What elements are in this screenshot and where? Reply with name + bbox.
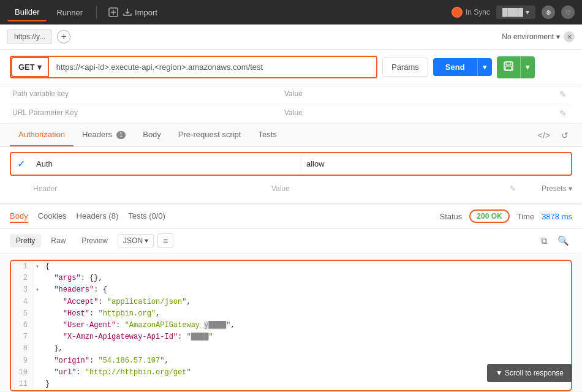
scroll-to-response-button[interactable]: ▼ Scroll to response <box>487 364 572 382</box>
line-toggle-3[interactable]: ▾ <box>33 284 42 296</box>
line-toggle-10 <box>33 367 42 379</box>
line-toggle-6 <box>33 320 42 331</box>
env-close-button[interactable]: ✕ <box>564 31 575 42</box>
line-num-3: 3 <box>11 284 33 296</box>
line-toggle-5 <box>33 308 42 320</box>
tab-body[interactable]: Body <box>134 124 170 146</box>
send-button[interactable]: Send <box>433 58 477 76</box>
resp-tab-cookies[interactable]: Cookies <box>38 210 67 223</box>
save-button[interactable] <box>497 56 520 78</box>
line-content-7: "X-Amzn-Apigateway-Api-Id": "████" <box>42 331 571 343</box>
env-arrow: ▾ <box>556 32 560 41</box>
top-bar-left: Builder Runner Import <box>7 4 157 21</box>
request-line: GET ▾ Params Send ▾ ▾ <box>0 50 582 85</box>
import-icon <box>123 7 132 17</box>
tab-authorization[interactable]: Authorization <box>10 124 74 146</box>
auth-header-row: ✓ <box>10 152 572 176</box>
line-num-7: 7 <box>11 331 33 343</box>
sync-dot <box>452 7 463 18</box>
response-section: Body Cookies Headers (8) Tests (0/0) Sta… <box>0 203 582 391</box>
import-area: Import <box>108 7 157 18</box>
search-button[interactable]: 🔍 <box>554 233 572 248</box>
line-num-11: 11 <box>11 379 33 390</box>
tab-tests[interactable]: Tests <box>249 124 285 146</box>
format-actions: ⧉ 🔍 <box>538 233 572 248</box>
resp-format-bar: Pretty Raw Preview JSON ▾ ≡ ⧉ 🔍 <box>0 228 582 254</box>
method-arrow: ▾ <box>37 62 42 72</box>
save-area: ▾ <box>497 56 535 78</box>
env-button[interactable]: No environment ▾ <box>502 32 560 41</box>
reset-icon-button[interactable]: ↺ <box>557 128 572 143</box>
tab-headers[interactable]: Headers 1 <box>74 124 134 146</box>
line-content-1: { <box>42 261 571 273</box>
code-line-2: 2 "args": {}, <box>11 273 571 284</box>
url-input[interactable] <box>49 57 376 77</box>
headers-badge: 1 <box>116 131 126 139</box>
placeholder-key: Header <box>28 182 266 195</box>
resp-tab-headers[interactable]: Headers (8) <box>77 210 119 223</box>
import-button[interactable]: Import <box>123 7 157 17</box>
code-line-3: 3 ▾ "headers": { <box>11 284 571 296</box>
builder-tab[interactable]: Builder <box>7 4 47 21</box>
header-value-input[interactable] <box>301 154 571 173</box>
auth-headers-table: ✓ Header Value ✎ Presets ▾ <box>0 147 582 203</box>
code-line-7: 7 "X-Amzn-Apigateway-Api-Id": "████" <box>11 331 571 343</box>
line-toggle-9 <box>33 355 42 367</box>
resp-tab-tests[interactable]: Tests (0/0) <box>128 210 165 223</box>
format-raw[interactable]: Raw <box>45 234 72 247</box>
line-toggle-1[interactable]: ▾ <box>33 261 42 273</box>
line-content-5: "Host": "httpbin.org", <box>42 308 571 320</box>
env-label: No environment <box>502 32 554 41</box>
sync-indicator: In Sync <box>452 7 490 18</box>
scroll-btn-label: ▼ Scroll to response <box>496 369 564 377</box>
import-label: Import <box>135 8 157 17</box>
code-icon-button[interactable]: </> <box>534 128 554 143</box>
tab-pre-request[interactable]: Pre-request script <box>170 124 250 146</box>
add-tab-button[interactable]: + <box>57 30 70 43</box>
json-arrow: ▾ <box>145 236 148 245</box>
line-num-1: 1 <box>11 261 33 273</box>
svg-rect-3 <box>505 66 512 70</box>
save-dropdown-button[interactable]: ▾ <box>520 56 535 78</box>
status-label: Status <box>440 212 463 221</box>
send-dropdown-button[interactable]: ▾ <box>477 58 492 76</box>
path-key-label: Path variable key <box>10 85 282 104</box>
url-key-label: URL Parameter Key <box>10 104 282 123</box>
main-content: GET ▾ Params Send ▾ ▾ Path variable key … <box>0 50 582 391</box>
copy-button[interactable]: ⧉ <box>538 233 551 248</box>
top-bar-right: In Sync ████ ▾ ⚙ ♡ <box>452 6 575 19</box>
favorites-button[interactable]: ♡ <box>561 6 575 19</box>
tab-headers-label: Headers <box>82 130 112 139</box>
format-preview[interactable]: Preview <box>75 234 114 247</box>
line-content-8: }, <box>42 343 571 355</box>
path-value-label: Value <box>282 85 554 104</box>
divider <box>96 6 97 18</box>
format-pretty[interactable]: Pretty <box>10 234 41 247</box>
code-line-1: 1 ▾ { <box>11 261 571 273</box>
request-tabs: Authorization Headers 1 Body Pre-request… <box>0 124 582 147</box>
line-content-3: "headers": { <box>42 284 571 296</box>
params-button[interactable]: Params <box>382 58 428 77</box>
response-tabs-bar: Body Cookies Headers (8) Tests (0/0) Sta… <box>0 205 582 228</box>
save-icon <box>503 61 514 72</box>
header-key-input[interactable] <box>31 154 301 173</box>
resp-tab-body[interactable]: Body <box>10 210 28 223</box>
profile-arrow: ▾ <box>526 8 529 17</box>
new-tab-icon <box>108 7 119 18</box>
status-badge: 200 OK <box>469 209 509 223</box>
settings-button[interactable]: ⚙ <box>542 6 555 19</box>
code-line-6: 6 "User-Agent": "AmazonAPIGateway_y████"… <box>11 320 571 331</box>
line-num-9: 9 <box>11 355 33 367</box>
wrap-button[interactable]: ≡ <box>157 233 173 248</box>
runner-tab[interactable]: Runner <box>49 4 90 21</box>
line-num-5: 5 <box>11 308 33 320</box>
code-line-4: 4 "Accept": "application/json", <box>11 296 571 308</box>
sync-label: In Sync <box>466 8 490 17</box>
json-select[interactable]: JSON ▾ <box>118 234 154 247</box>
new-tab-button[interactable] <box>108 7 119 18</box>
profile-name: ████ <box>502 8 523 17</box>
tab-authorization-label: Authorization <box>18 130 65 139</box>
presets-button[interactable]: Presets ▾ <box>523 184 572 193</box>
method-select[interactable]: GET ▾ <box>11 57 49 77</box>
profile-button[interactable]: ████ ▾ <box>496 6 535 19</box>
